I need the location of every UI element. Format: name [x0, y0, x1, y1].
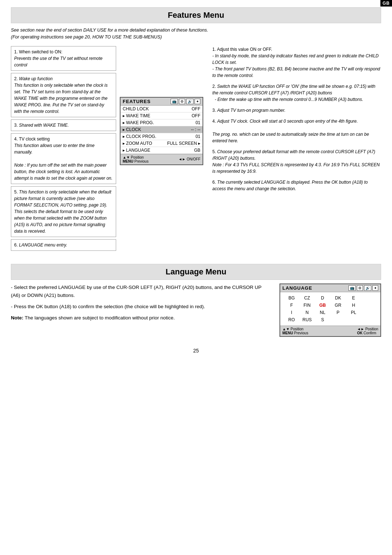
row-1-label: ▸ WAKE TIME: [123, 113, 150, 118]
tv-menu-title: FEATURES: [123, 99, 151, 104]
lang-icon-gear: ⚙: [357, 285, 363, 291]
footer-position-label: ▲▼ PositionMENU Previous: [123, 155, 148, 163]
row-2-label: ▸ WAKE PROG.: [123, 120, 154, 125]
row-0-label: CHILD LOCK: [123, 106, 149, 111]
features-layout: 1. When switched to ON: Prevents the use…: [11, 46, 381, 253]
annotation-2-title: Wake up function: [19, 76, 53, 81]
lang-menu-icons: 📺 ⚙ 🔊 ✦: [348, 285, 378, 291]
footer-onoff-label: ◄► ON/OFF: [179, 157, 200, 161]
lang-E: E: [347, 295, 361, 301]
annotation-4-title: TV clock setting: [19, 136, 50, 142]
annotation-1-title: When switched to ON:: [19, 49, 62, 54]
page-container: GB Features Menu See section near the en…: [0, 0, 392, 555]
lang-footer-position: ▲▼ PositionMENU Previous: [282, 327, 308, 335]
right-5-text: Choose your preferred default format wit…: [212, 149, 380, 174]
annotation-3: 3. Shared with WAKE TIME.: [11, 119, 116, 131]
annotation-1-desc: Prevents the use of the TV set without r…: [14, 56, 102, 68]
row-5-value: FULL SCREEN ▸: [167, 141, 200, 146]
right-annotation-6: 6. The currently selected LANGUAGE is di…: [212, 179, 381, 192]
annotation-6: 6. LANGUAGE menu entry.: [11, 239, 116, 251]
row-3-label: ▸ CLOCK: [123, 127, 141, 132]
lang-icon-tv: 📺: [348, 285, 356, 291]
lang-icon-star: ✦: [372, 285, 378, 291]
lang-NL: NL: [315, 310, 330, 315]
right-2-text: Switch the WAKE UP function OFF or 'ON' …: [212, 84, 375, 102]
footer-right: ◄► ON/OFF: [179, 155, 200, 163]
lang-blank1: [362, 295, 376, 301]
icon-tv: 📺: [171, 99, 178, 104]
center-column: FEATURES 📺 ⚙ 🔊 ✦ CHILD LOCK OFF ▸ WAKE T…: [116, 46, 207, 253]
lang-H: H: [347, 302, 361, 308]
tv-menu-icons: 📺 ⚙ 🔊 ✦: [171, 99, 200, 104]
row-3-value: -- : --: [191, 127, 200, 132]
tv-menu-row-3: ▸ CLOCK -- : --: [121, 126, 203, 133]
annotation-1-num: 1.: [14, 49, 19, 54]
right-1-text: Adjust this value ON or OFF. - In stand-…: [212, 47, 380, 78]
icon-gear: ⚙: [179, 99, 185, 104]
lang-P: P: [331, 310, 345, 315]
lang-blank4: [331, 317, 345, 323]
tv-menu-row-0: CHILD LOCK OFF: [121, 106, 203, 113]
right-annotation-3: 3. Adjust TV turn-on program number.: [212, 107, 381, 114]
tv-menu-row-5: ▸ ZOOM AUTO FULL SCREEN ▸: [121, 140, 203, 147]
lang-RO: RO: [285, 317, 299, 323]
lang-F: F: [285, 302, 299, 308]
language-left: - Select the preferred LANGUAGE by use o…: [11, 283, 269, 337]
tv-menu-footer: ▲▼ PositionMENU Previous ◄► ON/OFF: [121, 154, 203, 164]
left-column: 1. When switched to ON: Prevents the use…: [11, 46, 116, 253]
lang-footer-left: ▲▼ PositionMENU Previous: [282, 327, 308, 335]
right-1-num: 1.: [212, 47, 217, 52]
row-6-value: GB: [194, 148, 200, 153]
lang-RUS: RUS: [300, 317, 314, 323]
annotation-4-desc: This function allows user to enter the t…: [14, 143, 94, 155]
row-0-value: OFF: [192, 106, 200, 111]
lang-menu-footer: ▲▼ PositionMENU Previous ◄► PositionOK C…: [280, 326, 380, 336]
annotation-2: 2. Wake up function This function is onl…: [11, 73, 116, 117]
subtitle-text: See section near the end of section DAIL…: [11, 27, 381, 41]
lang-instruction-2: - Press the OK button (A18) to confirm t…: [11, 303, 269, 311]
right-3-num: 3.: [212, 108, 217, 113]
language-right: LANGUAGE 📺 ⚙ 🔊 ✦ BG CZ D: [279, 283, 381, 337]
tv-menu-rows: CHILD LOCK OFF ▸ WAKE TIME OFF ▸ WAKE PR…: [121, 106, 203, 154]
annotation-6-title: LANGUAGE menu entry.: [19, 242, 67, 248]
right-6-text: The currently selected LANGUAGE is displ…: [212, 180, 368, 191]
annotation-5: 5. This function is only selectable when…: [11, 186, 116, 237]
row-6-label: ▸ LANGUAGE: [123, 148, 150, 153]
lang-grid: BG CZ D DK E F FIN GB GR H I: [285, 295, 376, 323]
gb-tab: GB: [380, 0, 392, 7]
right-annotation-2: 2. Switch the WAKE UP function OFF or 'O…: [212, 83, 381, 103]
annotation-1: 1. When switched to ON: Prevents the use…: [11, 46, 116, 71]
right-2-num: 2.: [212, 84, 217, 89]
tv-menu-row-2: ▸ WAKE PROG. 01: [121, 119, 203, 126]
lang-BG: BG: [285, 295, 299, 301]
annotation-6-num: 6.: [14, 242, 19, 248]
annotation-4-num: 4.: [14, 136, 19, 142]
subtitle-line2: (For operating instructions see page 20,…: [11, 34, 162, 40]
annotation-3-num: 3.: [14, 123, 19, 128]
row-4-value: 01: [196, 134, 200, 139]
lang-footer-right-text: ◄► PositionOK Confirm: [357, 327, 378, 335]
tv-menu-header: FEATURES 📺 ⚙ 🔊 ✦: [121, 98, 203, 106]
lang-blank6: [362, 317, 376, 323]
lang-menu-header: LANGUAGE 📺 ⚙ 🔊 ✦: [280, 284, 380, 292]
tv-menu: FEATURES 📺 ⚙ 🔊 ✦ CHILD LOCK OFF ▸ WAKE T…: [120, 97, 203, 165]
lang-S: S: [315, 317, 330, 323]
lang-blank2: [362, 302, 376, 308]
language-layout: - Select the preferred LANGUAGE by use o…: [11, 283, 381, 337]
lang-I: I: [285, 310, 299, 315]
page-number: 25: [11, 348, 381, 354]
right-column: 1. Adjust this value ON or OFF. - In sta…: [207, 46, 381, 253]
language-section: Language Menu - Select the preferred LAN…: [11, 264, 381, 337]
annotation-5-desc: This function is only selectable when th…: [14, 189, 111, 234]
lang-FIN: FIN: [300, 302, 314, 308]
features-section-header: Features Menu: [11, 7, 381, 23]
row-5-label: ▸ ZOOM AUTO: [123, 141, 152, 146]
lang-menu: LANGUAGE 📺 ⚙ 🔊 ✦ BG CZ D: [279, 283, 381, 337]
lang-GR: GR: [331, 302, 345, 308]
lang-blank5: [347, 317, 361, 323]
language-section-header: Language Menu: [11, 264, 381, 280]
lang-GB: GB: [315, 302, 330, 308]
footer-left: ▲▼ PositionMENU Previous: [123, 155, 148, 163]
annotation-4: 4. TV clock setting This function allows…: [11, 133, 116, 184]
annotation-5-num: 5.: [14, 189, 19, 195]
